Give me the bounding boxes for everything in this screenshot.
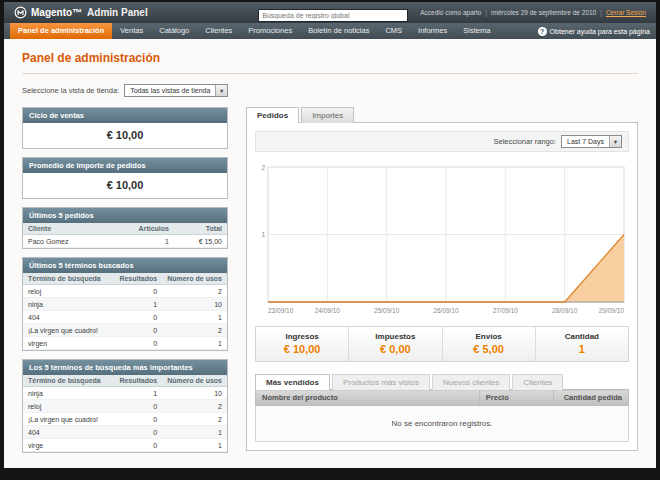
column-header: Resultados bbox=[114, 273, 162, 285]
table-cell: 1 bbox=[162, 311, 227, 324]
table-cell: 2 bbox=[162, 324, 227, 337]
table-cell: 1 bbox=[162, 439, 227, 452]
svg-text:29/09/10: 29/09/10 bbox=[599, 307, 625, 314]
bottom-tab-2[interactable]: Nuevos clientes bbox=[432, 374, 510, 390]
lifetime-sales-box: Ciclo de ventas € 10,00 bbox=[22, 107, 228, 149]
total-cell-2: Envíos€ 5,00 bbox=[442, 327, 535, 361]
column-header: Término de búsqueda bbox=[23, 273, 114, 285]
table-row[interactable]: ¡La virgen que cuadro!02 bbox=[23, 413, 227, 426]
table-cell: 2 bbox=[162, 285, 227, 298]
box-title: Últimos 5 pedidos bbox=[23, 208, 227, 223]
table-row[interactable]: reloj02 bbox=[23, 285, 227, 298]
table-row[interactable]: ninja110 bbox=[23, 298, 227, 311]
bottom-tab-3[interactable]: Clientes bbox=[512, 374, 563, 390]
table-cell: reloj bbox=[23, 400, 114, 413]
products-table: Nombre del productoPrecioCantidad pedida… bbox=[255, 389, 629, 442]
table-row[interactable]: 40401 bbox=[23, 311, 227, 324]
svg-text:26/09/10: 26/09/10 bbox=[433, 307, 459, 314]
box-title: Últimos 5 términos buscados bbox=[23, 258, 227, 273]
table-cell: 1 bbox=[129, 235, 174, 248]
magento-logo-icon bbox=[14, 6, 27, 19]
main-nav: Panel de administraciónVentasCatálogoCli… bbox=[4, 23, 656, 39]
total-value: € 10,00 bbox=[256, 343, 348, 355]
help-label: Obtener ayuda para esta página bbox=[550, 28, 650, 35]
svg-text:2: 2 bbox=[261, 164, 265, 171]
svg-text:25/09/10: 25/09/10 bbox=[374, 307, 400, 314]
lifetime-sales-value: € 10,00 bbox=[23, 123, 227, 148]
store-view-select[interactable]: Todas las vistas de tienda ▼ bbox=[124, 84, 228, 97]
table-header-row: Término de búsquedaResultadosNúmero de u… bbox=[23, 273, 227, 285]
table-cell: 10 bbox=[162, 387, 227, 400]
dashboard-main: PedidosImportes Seleccionar rango: Last … bbox=[246, 107, 638, 461]
nav-item-0[interactable]: Panel de administración bbox=[10, 23, 112, 39]
help-link[interactable]: ? Obtener ayuda para esta página bbox=[538, 23, 650, 39]
table-row[interactable]: reloj02 bbox=[23, 400, 227, 413]
bottom-tab-0[interactable]: Más vendidos bbox=[255, 374, 330, 390]
table-cell: 0 bbox=[114, 311, 162, 324]
table-row[interactable]: Paco Gomez1€ 15,00 bbox=[23, 235, 227, 248]
empty-row: No se encontraron registros. bbox=[256, 406, 629, 442]
table-row[interactable]: 40401 bbox=[23, 426, 227, 439]
nav-item-8[interactable]: Sistema bbox=[455, 23, 498, 39]
dashboard-left-column: Ciclo de ventas € 10,00 Promedio de impo… bbox=[22, 107, 228, 461]
table-cell: 1 bbox=[114, 298, 162, 311]
global-search-input[interactable] bbox=[258, 9, 408, 22]
magento-logo: Magento™ Admin Panel bbox=[14, 6, 148, 19]
store-switcher: Seleccione la vista de tienda: Todas las… bbox=[22, 84, 638, 97]
box-title: Promedio de importe de pedidos bbox=[23, 158, 227, 173]
table-row[interactable]: virgen01 bbox=[23, 337, 227, 350]
average-orders-value: € 10,00 bbox=[23, 173, 227, 198]
chart-tabs: PedidosImportes bbox=[246, 107, 638, 123]
nav-item-2[interactable]: Catálogo bbox=[151, 23, 197, 39]
table-cell: 0 bbox=[114, 285, 162, 298]
content: Panel de administración Seleccione la vi… bbox=[4, 39, 656, 468]
range-select[interactable]: Last 7 Days ▼ bbox=[561, 135, 622, 148]
svg-text:23/09/10: 23/09/10 bbox=[268, 307, 294, 314]
total-label: Envíos bbox=[443, 332, 535, 341]
total-cell-0: Ingresos€ 10,00 bbox=[256, 327, 348, 361]
global-search bbox=[258, 4, 408, 22]
total-label: Ingresos bbox=[256, 332, 348, 341]
store-view-value: Todas las vistas de tienda bbox=[125, 87, 215, 94]
separator: | bbox=[485, 9, 487, 16]
range-value: Last 7 Days bbox=[562, 138, 609, 145]
table-cell: € 15,00 bbox=[174, 235, 227, 248]
table-cell: reloj bbox=[23, 285, 114, 298]
table-row[interactable]: virge01 bbox=[23, 439, 227, 452]
total-cell-3: Cantidad1 bbox=[535, 327, 628, 361]
chart-tab-1[interactable]: Importes bbox=[301, 107, 354, 123]
last-orders-table: ClienteArtículosTotal Paco Gomez1€ 15,00 bbox=[23, 223, 227, 248]
nav-item-7[interactable]: Informes bbox=[410, 23, 455, 39]
nav-item-1[interactable]: Ventas bbox=[112, 23, 151, 39]
top-header: Magento™ Admin Panel Accedió como aparto… bbox=[4, 2, 656, 23]
svg-text:27/09/10: 27/09/10 bbox=[493, 307, 519, 314]
table-row[interactable]: ninja110 bbox=[23, 387, 227, 400]
last-search-terms-table: Término de búsquedaResultadosNúmero de u… bbox=[23, 273, 227, 350]
nav-item-4[interactable]: Promociones bbox=[240, 23, 300, 39]
logo-text: Magento™ bbox=[31, 7, 82, 18]
logged-in-as: Accedió como aparto bbox=[420, 9, 481, 16]
bottom-tab-1[interactable]: Productos más vistos bbox=[332, 374, 430, 390]
table-cell: ninja bbox=[23, 298, 114, 311]
nav-item-6[interactable]: CMS bbox=[377, 23, 410, 39]
column-header: Resultados bbox=[114, 375, 162, 387]
svg-text:28/09/10: 28/09/10 bbox=[552, 307, 578, 314]
chart-tab-0[interactable]: Pedidos bbox=[246, 107, 299, 123]
table-row[interactable]: ¡La virgen que cuadro!02 bbox=[23, 324, 227, 337]
table-cell: 10 bbox=[162, 298, 227, 311]
table-cell: 0 bbox=[114, 413, 162, 426]
table-header-row: ClienteArtículosTotal bbox=[23, 223, 227, 235]
app-window: Magento™ Admin Panel Accedió como aparto… bbox=[4, 2, 656, 468]
nav-items: Panel de administraciónVentasCatálogoCli… bbox=[10, 23, 498, 39]
column-header: Artículos bbox=[129, 223, 174, 235]
box-title: Ciclo de ventas bbox=[23, 108, 227, 123]
table-cell: Paco Gomez bbox=[23, 235, 129, 248]
nav-item-3[interactable]: Clientes bbox=[197, 23, 240, 39]
logout-link[interactable]: Cerrar Sesión bbox=[606, 9, 646, 16]
chart-panel: Seleccionar rango: Last 7 Days ▼ 23/09/1… bbox=[246, 122, 638, 451]
chevron-down-icon: ▼ bbox=[215, 85, 227, 96]
nav-item-5[interactable]: Boletín de noticias bbox=[300, 23, 377, 39]
box-title: Los 5 términos de búsqueda más important… bbox=[23, 360, 227, 375]
table-cell: 1 bbox=[114, 387, 162, 400]
last-search-terms-box: Últimos 5 términos buscados Término de b… bbox=[22, 257, 228, 351]
